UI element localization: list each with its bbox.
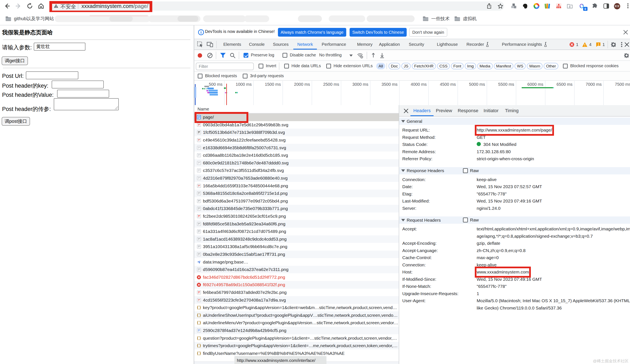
evernote-icon[interactable] (522, 3, 528, 9)
clear-icon[interactable] (207, 53, 213, 58)
reload-icon[interactable] (26, 3, 33, 9)
details-tab-initiator[interactable]: Initiator (480, 105, 502, 116)
filter-funnel-icon[interactable] (220, 53, 226, 58)
blocked-requests-checkbox[interactable] (198, 74, 202, 78)
blocked-cookies-checkbox[interactable] (563, 64, 568, 68)
request-row[interactable]: f6927c49578a69d1c150a5088541f32f.png (194, 281, 399, 289)
request-row[interactable]: data:image/png;base… (194, 258, 399, 266)
raw-toggle[interactable]: Raw (463, 217, 479, 222)
raw-checkbox[interactable] (463, 217, 468, 222)
devtools-tab-security[interactable]: Security (405, 39, 428, 49)
request-row[interactable]: question?product=googlePlugin&appVersion… (194, 334, 399, 342)
devtools-tab-recorder[interactable]: Recorder (462, 39, 494, 49)
request-row[interactable]: 3951a100431308a1af5c9bb694cd8c7e.png (194, 243, 399, 251)
devtools-tab-application[interactable]: Application (375, 39, 404, 49)
bookmark-star-icon[interactable] (498, 3, 503, 9)
bookmark-folder-vm[interactable]: 虚拟机 (454, 15, 477, 22)
error-badge[interactable]: 1 (570, 42, 578, 47)
filter-input[interactable]: Filter (196, 63, 254, 70)
request-row[interactable]: c49e45610c39da122cfeefaeebd55428.svg (194, 136, 399, 144)
close-details-icon[interactable] (403, 108, 409, 114)
network-settings-gear-icon[interactable] (624, 53, 630, 58)
hide-extension-urls-checkbox[interactable] (326, 64, 331, 68)
request-row[interactable]: e16338d6694e35b8d6f8fa25007c6731.svg (194, 144, 399, 152)
details-tab-response[interactable]: Response (455, 105, 481, 116)
profile-avatar[interactable]: 莱莱 (614, 3, 620, 9)
filter-pill-other[interactable]: Other (544, 63, 558, 69)
color-wheel-extension-icon[interactable] (534, 3, 540, 9)
network-overview-timeline[interactable]: 500 ms1000 ms1500 ms2000 ms2500 ms3000 m… (194, 81, 630, 106)
sitemap-extension-icon[interactable] (556, 3, 562, 9)
record-button[interactable] (198, 53, 202, 58)
devtools-tab-memory[interactable]: Memory (353, 39, 376, 49)
bookmark-folder-tech[interactable]: 一些技术 (422, 15, 450, 22)
device-toolbar-icon[interactable] (207, 41, 213, 48)
forward-icon[interactable] (15, 3, 22, 9)
details-tab-preview[interactable]: Preview (433, 105, 455, 116)
filter-pill-manifest[interactable]: Manifest (494, 63, 514, 69)
filter-pill-img[interactable]: Img (465, 63, 476, 69)
request-row[interactable]: 1ac8af1acd1463893248c9dcdc4cdd53.png (194, 235, 399, 243)
filter-pill-js[interactable]: JS (402, 63, 410, 69)
devtools-settings-gear-icon[interactable] (610, 42, 616, 47)
request-row[interactable]: 2590c2878f4ad37e124d9b8a42b94cf5.png (194, 327, 399, 335)
request-row[interactable]: fac346d702827d867bdc6d51d2f4f772.png (194, 273, 399, 281)
request-row[interactable]: cd386aa8b1162ba18e2e416d0d5cb185.svg (194, 152, 399, 159)
section-header-general[interactable]: General (399, 118, 630, 125)
filter-pill-fetch-xhr[interactable]: Fetch/XHR (412, 63, 436, 69)
post-body-textarea[interactable] (54, 98, 119, 110)
filter-pill-media[interactable]: Media (477, 63, 493, 69)
devtools-tab-elements[interactable]: Elements (220, 39, 245, 49)
devtools-menu-kebab-icon[interactable] (619, 42, 624, 47)
back-icon[interactable] (4, 3, 10, 9)
infobar-close-icon[interactable] (623, 29, 628, 35)
request-row[interactable]: 4d2316e879f82970a7653ade60880e40.svg (194, 175, 399, 182)
request-row[interactable]: key?product=googlePlugin&appVersion=1&cl… (194, 304, 399, 312)
post-button[interactable]: 调post接口 (2, 117, 30, 126)
filter-pill-ws[interactable]: WS (514, 63, 526, 69)
extensions-puzzle-icon[interactable] (592, 3, 598, 9)
filter-pill-font[interactable]: Font (451, 63, 464, 69)
hide-data-urls-checkbox[interactable] (284, 64, 289, 68)
throttling-select[interactable]: No throttling (319, 53, 342, 57)
resize-grip[interactable] (114, 106, 118, 109)
param-input[interactable]: 黄壮壮 (34, 43, 86, 51)
details-tab-headers[interactable]: Headers (410, 105, 434, 116)
request-row[interactable]: 5368a48155d18c6a2ce8ab95f2715e1d.png (194, 189, 399, 197)
section-header-request-headers[interactable]: Request Headers Raw (399, 216, 630, 224)
request-row[interactable]: 166a5b4dd1659f3103e7648500444e68.png (194, 182, 399, 189)
devtools-tab-network[interactable]: Network (293, 39, 317, 49)
request-row[interactable]: d596090b87ea41d16ca237ea62e7c311.png (194, 266, 399, 273)
section-header-response-headers[interactable]: Response Headers Raw (399, 167, 630, 175)
request-row[interactable]: 0ba2e8e239c935dec15abf1ae17ff731.png (194, 251, 399, 258)
devtools-tab-lighthouse[interactable]: Lighthouse (433, 39, 462, 49)
filter-pill-all[interactable]: All (376, 63, 385, 69)
dismiss-infobar-button[interactable]: Don't show again (409, 28, 447, 37)
request-row[interactable]: fc2bee2dc9853010824265e3cf01e5c9.png (194, 212, 399, 220)
request-row[interactable]: 680c0e9d2181b21748b6e7de487dddd0.svg (194, 159, 399, 167)
filter-pill-doc[interactable]: Doc (388, 63, 400, 69)
filter-pill-css[interactable]: CSS (437, 63, 450, 69)
request-row[interactable]: bdf5306d6a3e47510977e09d72c05bd4.png (194, 197, 399, 205)
network-conditions-icon[interactable] (357, 53, 364, 58)
devtools-tab-performance[interactable]: Performance (318, 39, 350, 49)
inspect-icon[interactable] (197, 41, 203, 48)
library-books-icon[interactable] (544, 3, 550, 9)
filter-pill-wasm[interactable]: Wasm (527, 63, 542, 69)
disable-cache-checkbox[interactable] (282, 53, 287, 58)
invert-checkbox[interactable] (258, 64, 263, 68)
request-row[interactable]: 61a331a4f463d6cf0872c1cd7d075489.png (194, 228, 399, 235)
raw-toggle[interactable]: Raw (463, 168, 479, 173)
side-panel-icon[interactable] (603, 3, 609, 9)
request-row[interactable]: 1fcf50513b6d47e71b13e9388f709b3d.svg (194, 129, 399, 136)
devtools-tab-sources[interactable]: Sources (269, 39, 292, 49)
search-icon[interactable] (230, 52, 236, 58)
request-row[interactable]: trytimes?product=googlePlugin&appVersion… (194, 342, 399, 350)
request-row[interactable]: c3537c6c57e37ac3f5511d5df34a24fb.svg (194, 167, 399, 175)
request-row[interactable]: 4cd15656f3223cfe3e270408a17a7d9a.svg (194, 296, 399, 304)
folder-download-extension-icon[interactable] (567, 3, 573, 9)
request-row[interactable]: aiUnderlineMenuVer?product=googlePlugin&… (194, 319, 399, 327)
issues-badge[interactable]: 1 (596, 42, 605, 47)
post-value-input[interactable] (57, 90, 109, 98)
request-row[interactable]: fd8fd985ce581ba3eb5a923ea34a60f6.png (194, 220, 399, 228)
